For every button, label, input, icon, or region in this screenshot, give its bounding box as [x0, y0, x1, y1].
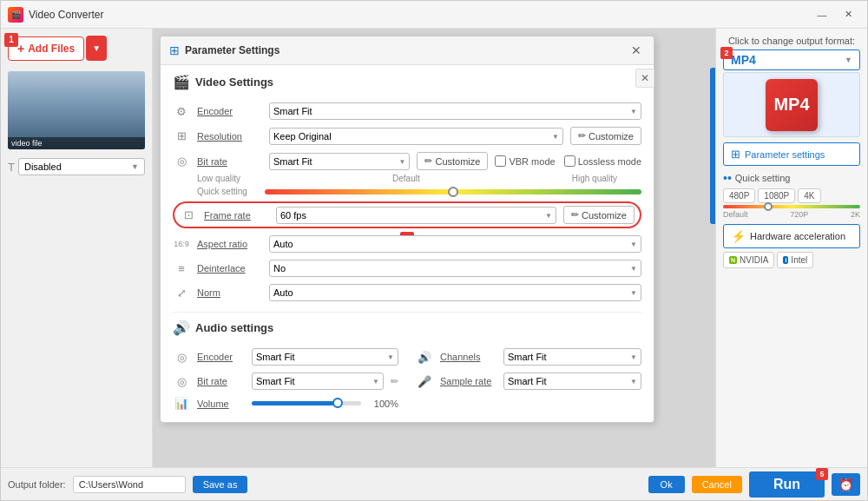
minimize-button[interactable]: — — [810, 4, 834, 25]
vbr-mode-label[interactable]: VBR mode — [495, 155, 555, 167]
framerate-select-wrapper: 60 fps 30 fps 24 fps — [276, 207, 556, 224]
ok-button[interactable]: Ok — [648, 476, 685, 493]
deinterlace-select[interactable]: No Yes — [269, 260, 641, 277]
bitrate-options: VBR mode Lossless mode — [495, 155, 641, 167]
center-panel: Main workspace ⊞ Parameter Settings ✕ ✕ — [153, 29, 715, 467]
intel-button[interactable]: i Intel — [777, 252, 813, 268]
quality-2k-label: 2K — [851, 210, 860, 219]
lossless-mode-label[interactable]: Lossless mode — [564, 155, 641, 167]
resolution-customize-label: Customize — [589, 131, 634, 142]
deinterlace-select-wrapper: No Yes — [269, 260, 641, 277]
dialog-title-bar: ⊞ Parameter Settings ✕ — [161, 36, 654, 65]
vbr-mode-checkbox[interactable] — [495, 155, 506, 167]
high-quality-label: High quality — [572, 174, 617, 183]
add-files-dropdown[interactable]: ▼ — [86, 36, 107, 61]
audio-bitrate-row: ◎ Bit rate Smart Fit ✏ — [173, 369, 398, 393]
channels-row: 🔊 Channels Smart Fit — [416, 345, 641, 369]
audio-encoder-select[interactable]: Smart Fit — [252, 348, 398, 366]
samplerate-icon: 🎤 — [416, 375, 433, 388]
resolution-icon: ⊞ — [173, 129, 190, 142]
aspect-ratio-select[interactable]: Auto — [269, 235, 641, 253]
encoder-label[interactable]: Encoder — [197, 106, 262, 116]
encoder-select[interactable]: Smart Fit — [269, 102, 641, 120]
quality-slider-thumb[interactable] — [448, 187, 458, 197]
subtitle-icon: T — [8, 161, 15, 174]
audio-bitrate-select[interactable]: Smart Fit — [252, 372, 384, 390]
quality-labels-row: Default 720P 2K — [723, 210, 860, 219]
resolution-label[interactable]: Resolution — [197, 131, 262, 142]
subtitle-dropdown: T Disabled ▼ — [8, 158, 145, 175]
audio-encoder-label[interactable]: Encoder — [197, 352, 245, 362]
default-quality-label: Default — [392, 174, 420, 183]
preset-1080p[interactable]: 1080P — [758, 188, 795, 203]
cancel-button[interactable]: Cancel — [692, 476, 742, 493]
audio-section-icon: 🔊 — [173, 320, 190, 336]
add-files-button[interactable]: + Add Files — [8, 36, 84, 61]
norm-select[interactable]: Auto — [269, 284, 641, 301]
pencil-icon: ✏ — [578, 130, 586, 142]
norm-label[interactable]: Norm — [197, 287, 262, 298]
audio-bitrate-edit-button[interactable]: ✏ — [391, 376, 398, 387]
subtitle-select[interactable]: Disabled ▼ — [18, 158, 145, 175]
close-button[interactable]: ✕ — [836, 4, 860, 25]
bitrate-customize-button[interactable]: ✏ Customize — [417, 152, 488, 170]
run-button[interactable]: Run 5 — [749, 471, 825, 498]
volume-icon: 📊 — [173, 397, 190, 410]
samplerate-row: 🎤 Sample rate Smart Fit — [416, 369, 641, 393]
save-as-button[interactable]: Save as — [193, 476, 248, 493]
encoder-row: ⚙ Encoder Smart Fit — [173, 99, 641, 123]
right-panel: Click to change output format: 2 MP4 ▼ M… — [715, 29, 867, 467]
param-settings-label: Parameter settings — [745, 149, 825, 160]
alarm-button[interactable]: ⏰ — [832, 473, 860, 496]
hardware-acceleration-button[interactable]: ⚡ Hardware acceleration — [723, 224, 860, 248]
param-settings-button[interactable]: ⊞ Parameter settings — [723, 142, 860, 166]
channels-label[interactable]: Channels — [440, 352, 496, 362]
quality-slider-track[interactable] — [265, 189, 641, 194]
blue-indicator-bar — [710, 68, 715, 224]
nvidia-button[interactable]: N NVIDIA — [723, 252, 774, 268]
audio-encoder-icon: ◎ — [173, 351, 190, 364]
preset-4k[interactable]: 4K — [798, 188, 820, 203]
quality-720p-label: 720P — [790, 210, 808, 219]
volume-label[interactable]: Volume — [197, 399, 245, 409]
audio-bitrate-icon: ◎ — [173, 375, 190, 388]
bitrate-label[interactable]: Bit rate — [197, 156, 262, 167]
framerate-select[interactable]: 60 fps 30 fps 24 fps — [276, 207, 556, 224]
badge-2: 2 — [720, 47, 733, 59]
dialog-side-close[interactable]: ✕ — [635, 69, 654, 88]
output-path[interactable]: C:\Users\Wond — [73, 476, 186, 493]
mp4-icon: MP4 — [766, 79, 818, 131]
bitrate-select[interactable]: Smart Fit — [269, 153, 410, 170]
bitrate-pencil-icon: ✏ — [424, 155, 432, 167]
framerate-label[interactable]: Frame rate — [204, 210, 269, 221]
norm-select-wrapper: Auto — [269, 284, 641, 301]
resolution-customize-button[interactable]: ✏ Customize — [570, 127, 641, 145]
quality-track[interactable] — [723, 205, 860, 208]
samplerate-select-wrapper: Smart Fit — [503, 372, 641, 390]
quality-presets-top: 480P 1080P 4K — [723, 188, 860, 203]
format-dropdown-icon: ▼ — [845, 56, 852, 64]
audio-left-col: ◎ Encoder Smart Fit ◎ — [173, 345, 398, 413]
main-content: 1 + Add Files ▼ video file T Disabled ▼ — [1, 29, 867, 467]
bottom-bar: Output folder: C:\Users\Wond Save as Ok … — [1, 467, 867, 500]
lossless-mode-checkbox[interactable] — [564, 155, 575, 167]
dialog-close-button[interactable]: ✕ — [628, 42, 645, 59]
preset-480p[interactable]: 480P — [723, 188, 755, 203]
format-preview: MP4 — [723, 72, 860, 137]
audio-bitrate-label[interactable]: Bit rate — [197, 376, 245, 386]
dialog-title-icon: ⊞ — [169, 43, 180, 57]
channels-select-wrapper: Smart Fit — [503, 348, 641, 366]
aspect-ratio-label[interactable]: Aspect ratio — [197, 239, 262, 249]
samplerate-label[interactable]: Sample rate — [440, 376, 496, 386]
channels-select[interactable]: Smart Fit — [503, 348, 641, 366]
audio-encoder-row: ◎ Encoder Smart Fit — [173, 345, 398, 369]
volume-slider[interactable] — [252, 401, 361, 405]
framerate-customize-button[interactable]: ✏ Customize — [563, 206, 635, 224]
format-selector[interactable]: 2 MP4 ▼ — [723, 49, 860, 70]
samplerate-select[interactable]: Smart Fit — [503, 372, 641, 390]
deinterlace-label[interactable]: Deinterlace — [197, 263, 262, 274]
resolution-select[interactable]: Keep Original — [269, 128, 563, 145]
norm-icon: ⤢ — [173, 287, 190, 300]
audio-right-col: 🔊 Channels Smart Fit 🎤 — [416, 345, 641, 413]
resolution-row: ⊞ Resolution Keep Original ✏ Customize — [173, 123, 641, 148]
